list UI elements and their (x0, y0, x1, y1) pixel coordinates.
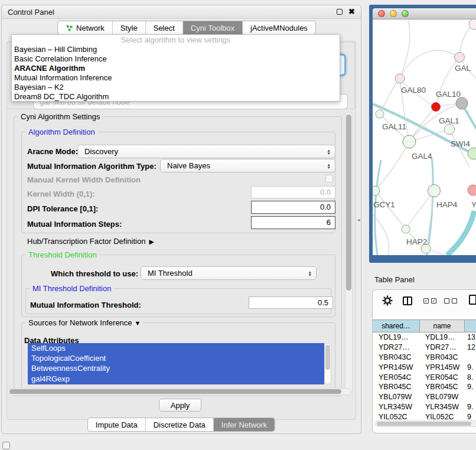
table-horizontal-scrollbar[interactable] (375, 420, 476, 427)
cell-name: YPR145W (420, 363, 465, 371)
network-canvas[interactable]: GAL GAL80 GAL10 GAL1 GAL11 GAL4 SWI4 GCY… (373, 19, 476, 255)
cell-shared-name: YBR045C (373, 383, 420, 391)
manual-kernel-checkbox[interactable] (325, 175, 333, 182)
network-node-hap4[interactable] (428, 185, 441, 197)
which-threshold-combo[interactable]: MI Threshold ▲▼ (141, 266, 317, 280)
hub-definition-toggle[interactable]: Hub/Transcription Factor Definition▶ (27, 237, 154, 246)
aracne-mode-combo[interactable]: Discovery ▲▼ (77, 145, 335, 158)
cell-shared-name: YDR27… (373, 343, 420, 351)
algorithm-option[interactable]: Dream8 DC_TDC Algorithm (12, 92, 340, 102)
tab-impute-data[interactable]: Impute Data (88, 418, 146, 431)
mi-threshold-group-title: MI Threshold Definition (30, 284, 113, 293)
settings-vertical-scrollbar[interactable] (345, 112, 353, 396)
algorithm-option[interactable]: Bayesian – Hill Climbing (12, 45, 340, 54)
deselect-all-columns-icon[interactable] (444, 298, 457, 304)
float-window-icon[interactable] (337, 9, 343, 15)
select-all-columns-icon[interactable]: ✓ ✓ (423, 298, 436, 304)
zoom-traffic-light[interactable] (402, 10, 409, 17)
attribute-item-selected[interactable]: TopologicalCoefficient (28, 353, 324, 363)
combo-arrows-icon: ▲▼ (327, 162, 331, 169)
new-table-icon[interactable] (469, 295, 476, 305)
control-panel-titlebar[interactable]: Control Panel ✖ (2, 5, 361, 19)
sources-group-title[interactable]: Sources for Network Inference▼ (26, 318, 143, 327)
node-label-gal-partial: GAL (455, 64, 471, 73)
table-row[interactable]: YBR043CYBR043C (373, 353, 476, 363)
kernel-width-field[interactable]: 0.0 (251, 186, 335, 198)
data-attributes-list[interactable]: SelfLoops TopologicalCoefficient Between… (28, 343, 324, 384)
scrollbar-thumb[interactable] (9, 389, 341, 394)
manual-kernel-label: Manual Kernel Width Definition (27, 175, 141, 184)
dpi-tolerance-field[interactable]: 0.0 (251, 201, 335, 214)
network-canvas-container: GAL GAL80 GAL10 GAL1 GAL11 GAL4 SWI4 GCY… (373, 19, 476, 255)
apply-button[interactable]: Apply (159, 399, 201, 412)
cell-value: 9. (465, 403, 476, 411)
network-node-salmon[interactable] (468, 185, 476, 195)
mi-steps-field[interactable]: 6 (251, 216, 335, 229)
network-node-gal1[interactable] (444, 124, 454, 134)
tab-cyni-toolbox-label: Cyni Toolbox (191, 24, 234, 32)
network-node-gal10[interactable] (456, 97, 468, 109)
close-icon[interactable]: ✖ (348, 9, 355, 15)
minimize-traffic-light[interactable] (390, 10, 397, 17)
network-node-hap2[interactable] (402, 225, 410, 233)
network-window-titlebar[interactable] (373, 8, 476, 19)
node-label-swi4: SWI4 (451, 139, 470, 148)
table-row[interactable]: YBL079WYBL079W (373, 392, 476, 402)
gear-icon[interactable] (382, 295, 393, 306)
network-node-swi4[interactable] (468, 148, 476, 159)
table-row[interactable]: YPR145WYPR145W9. (373, 362, 476, 372)
tab-jactivemnodules[interactable]: jActiveMNodules (243, 21, 315, 34)
algorithm-option[interactable]: Mutual Information Inference (12, 73, 340, 83)
cyni-mode-tabbar: Impute Data Discretize Data Infer Networ… (87, 418, 275, 432)
sources-title-text: Sources for Network Inference (28, 318, 132, 327)
algorithm-definition-title: Algorithm Definition (26, 128, 97, 136)
tab-network[interactable]: Network (58, 21, 113, 34)
unchecked-box-icon (444, 298, 449, 304)
table-row[interactable]: YDR27…YDR27…12 (373, 343, 476, 353)
node-label-hap4: HAP4 (436, 200, 458, 209)
table-row[interactable]: YLR345WYLR345W9. (373, 402, 476, 412)
attribute-item-selected[interactable]: gal4RGexp (28, 374, 324, 384)
network-node-gal80[interactable] (395, 74, 405, 83)
scrollbar-thumb[interactable] (325, 345, 330, 370)
algorithm-option[interactable]: Bayesian – K2 (12, 83, 340, 92)
attribute-item-selected[interactable]: BetweennessCentrality (28, 363, 324, 373)
table-row[interactable]: YER054CYER054C8. (373, 372, 476, 382)
table-header-name[interactable]: name (420, 320, 465, 332)
attribute-item-selected[interactable]: SelfLoops (28, 343, 324, 353)
network-node-red[interactable] (432, 103, 441, 112)
mi-threshold-field[interactable]: 0.5 (249, 296, 333, 309)
table-header-shared-name[interactable]: shared… (373, 320, 420, 332)
algorithm-option-selected[interactable]: ARACNE Algorithm (12, 64, 340, 73)
node-label-gal10: GAL10 (436, 90, 461, 99)
table-row[interactable]: YBR045CYBR045C9. (373, 382, 476, 392)
network-node-gal7[interactable] (455, 53, 465, 63)
cell-value: 9. (465, 383, 476, 391)
split-panel-icon[interactable] (403, 296, 412, 305)
tab-cyni-toolbox[interactable]: Cyni Toolbox (183, 21, 243, 34)
algorithm-option[interactable]: Basic Correlation Inference (12, 54, 340, 64)
panel-splitter-handle[interactable]: ◂ (357, 217, 360, 223)
tab-infer-network[interactable]: Infer Network (214, 418, 275, 431)
collapsed-panel-icon[interactable] (2, 442, 10, 449)
network-node-gcy1[interactable] (373, 186, 380, 195)
aracne-mode-label: Aracne Mode: (27, 147, 78, 156)
mi-type-label: Mutual Information Algorithm Type: (27, 162, 157, 171)
cell-value: 9. (465, 363, 476, 371)
cell-name: YBL079W (420, 393, 465, 401)
cell-name: YDR27… (420, 343, 465, 351)
table-header-col3[interactable] (465, 320, 476, 332)
network-node-gal4[interactable] (403, 135, 416, 148)
tab-discretize-data[interactable]: Discretize Data (146, 418, 214, 431)
checked-box-icon: ✓ (431, 298, 436, 304)
table-row[interactable]: YDL19…YDL19…13 (373, 332, 476, 343)
close-traffic-light[interactable] (378, 10, 385, 17)
settings-horizontal-scrollbar[interactable] (8, 388, 351, 395)
scrollbar-thumb[interactable] (377, 422, 471, 426)
mi-type-combo[interactable]: Naive Bayes ▲▼ (160, 159, 335, 172)
tab-select[interactable]: Select (146, 21, 183, 34)
scrollbar-thumb[interactable] (346, 115, 351, 291)
network-node-gal11[interactable] (376, 110, 384, 118)
attribute-list-scrollbar[interactable] (324, 343, 331, 384)
tab-style[interactable]: Style (113, 21, 146, 34)
